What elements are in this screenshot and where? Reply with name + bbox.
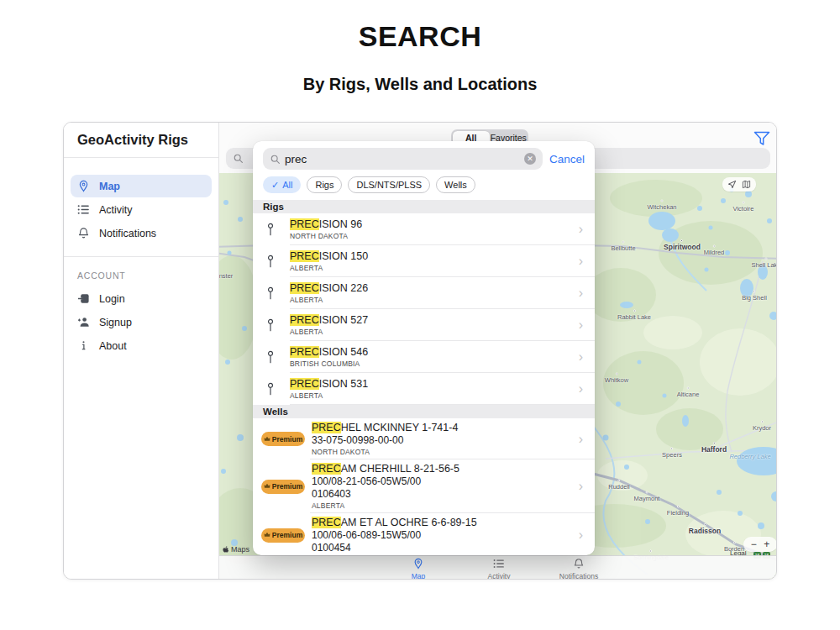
sidebar-item-signup[interactable]: Signup: [71, 311, 212, 333]
zoom-control[interactable]: − +: [743, 537, 776, 552]
filter-funnel-icon[interactable]: [753, 130, 771, 147]
login-icon: [77, 292, 99, 305]
bell-icon: [573, 558, 585, 572]
rig-pin-icon: [266, 382, 290, 396]
result-subtitle: ALBERTA: [290, 264, 575, 272]
result-line: 100/06-06-089-15W5/00: [312, 529, 575, 541]
rig-pin-icon: [266, 350, 290, 365]
result-main: PRECAM ET AL OCHRE 6-6-89-15100/06-06-08…: [312, 513, 575, 555]
result-main: PRECISION 527ALBERTA: [290, 311, 575, 339]
sidebar-nav: MapActivityNotifications: [64, 158, 218, 244]
premium-badge: Premium: [261, 432, 305, 446]
section-header-rigs: Rigs: [253, 200, 595, 213]
result-title: PRECISION 150: [290, 250, 575, 262]
result-row[interactable]: PremiumPRECAM ET AL OCHRE 6-6-89-15100/0…: [253, 513, 595, 555]
map-pin-icon: [77, 180, 99, 192]
result-title-rest: AM CHERHILL 8-21-56-5: [341, 463, 459, 475]
apple-logo-icon: [223, 546, 229, 554]
result-subtitle: ALBERTA: [290, 328, 575, 336]
result-subtitle: ALBERTA: [290, 391, 575, 400]
result-row[interactable]: PRECISION 531ALBERTA›: [253, 373, 595, 405]
chevron-right-icon: ›: [575, 349, 586, 365]
result-row[interactable]: PremiumPRECAM CHERHILL 8-21-56-5100/08-2…: [253, 459, 595, 513]
maps-attribution-label: Maps: [231, 545, 249, 554]
bottom-tab-bar: MapActivityNotifications: [219, 555, 776, 579]
search-match-highlight: PREC: [290, 282, 319, 294]
panel-search-row: prec ✕ Cancel: [253, 141, 595, 175]
search-match-highlight: PREC: [312, 517, 341, 528]
check-icon: ✓: [271, 180, 279, 191]
zoom-in-button[interactable]: +: [764, 538, 769, 550]
map-mode-icon[interactable]: [742, 177, 751, 192]
search-input[interactable]: prec ✕: [263, 148, 543, 170]
info-icon: [77, 339, 99, 352]
result-row[interactable]: PRECISION 527ALBERTA›: [253, 309, 595, 341]
premium-badge-label: Premium: [272, 531, 302, 539]
chevron-right-icon: ›: [575, 222, 586, 237]
result-row[interactable]: PremiumPRECHEL MCKINNEY 1-741-433-075-00…: [253, 418, 595, 459]
chip-label: DLS/NTS/PLSS: [356, 180, 422, 190]
sidebar-item-about[interactable]: About: [71, 334, 212, 357]
tab-notifications[interactable]: Notifications: [549, 558, 608, 580]
page-title: SEARCH: [0, 20, 840, 53]
result-title-rest: HEL MCKINNEY 1-741-4: [341, 422, 459, 433]
chevron-right-icon: ›: [575, 479, 586, 494]
result-row[interactable]: PRECISION 546BRITISH COLUMBIA›: [253, 341, 595, 373]
sidebar-item-label: Signup: [99, 317, 132, 328]
search-match-highlight: PREC: [290, 218, 319, 230]
cancel-button[interactable]: Cancel: [549, 153, 585, 165]
result-line: 100/08-21-056-05W5/00: [312, 475, 575, 487]
section-header-wells: Wells: [253, 405, 595, 418]
map-pin-icon: [412, 558, 424, 572]
sidebar-item-label: Login: [99, 293, 125, 305]
sidebar-item-activity[interactable]: Activity: [71, 198, 212, 221]
filter-chip-rigs[interactable]: Rigs: [307, 176, 342, 193]
result-subtitle: ALBERTA: [290, 296, 575, 304]
tab-activity[interactable]: Activity: [470, 558, 528, 580]
app-title: GeoActivity Rigs: [64, 123, 218, 158]
search-icon: [233, 153, 244, 164]
search-query-text[interactable]: prec: [285, 153, 520, 165]
premium-badge-label: Premium: [272, 435, 302, 444]
result-row[interactable]: PRECISION 96NORTH DAKOTA›: [253, 213, 595, 245]
sidebar: GeoActivity Rigs MapActivityNotification…: [64, 123, 219, 579]
result-title: PRECISION 96: [290, 218, 575, 230]
premium-badge: Premium: [261, 528, 305, 543]
locate-arrow-icon[interactable]: [727, 177, 737, 192]
result-subtitle: ALBERTA: [312, 501, 575, 510]
filter-chip-dls-nts-plss[interactable]: DLS/NTS/PLSS: [348, 176, 430, 193]
sidebar-item-login[interactable]: Login: [71, 287, 212, 310]
premium-badge: Premium: [261, 480, 305, 494]
search-match-highlight: PREC: [290, 378, 319, 390]
maps-attribution: Maps: [223, 545, 249, 554]
search-results-panel: prec ✕ Cancel ✓AllRigsDLS/NTS/PLSSWells …: [253, 141, 595, 555]
search-match-highlight: PREC: [312, 422, 341, 433]
tab-map[interactable]: Map: [389, 558, 448, 580]
results-list: RigsPRECISION 96NORTH DAKOTA›PRECISION 1…: [253, 200, 595, 555]
result-title-rest: ISION 226: [319, 282, 368, 294]
map-controls[interactable]: [722, 177, 756, 192]
chevron-right-icon: ›: [575, 254, 586, 269]
result-title: PRECISION 527: [290, 314, 575, 326]
result-subtitle: BRITISH COLUMBIA: [290, 360, 575, 368]
zoom-out-button[interactable]: −: [751, 538, 757, 550]
signup-icon: [77, 316, 99, 328]
rig-pin-icon: [266, 255, 290, 269]
result-title: PRECAM ET AL OCHRE 6-6-89-15: [312, 517, 575, 528]
sidebar-item-map[interactable]: Map: [71, 175, 212, 197]
search-match-highlight: PREC: [312, 463, 341, 475]
result-main: PRECISION 531ALBERTA: [290, 375, 575, 403]
sidebar-account-list: LoginSignupAbout: [64, 287, 218, 357]
result-row[interactable]: PRECISION 150ALBERTA›: [253, 245, 595, 277]
sidebar-item-notifications[interactable]: Notifications: [71, 222, 212, 244]
filter-chip-all[interactable]: ✓All: [263, 176, 301, 193]
tab-label: Activity: [488, 572, 511, 580]
filter-chip-wells[interactable]: Wells: [436, 176, 475, 193]
clear-search-icon[interactable]: ✕: [524, 153, 536, 165]
rig-pin-icon: [266, 223, 290, 237]
chip-label: All: [282, 180, 292, 190]
result-main: PRECISION 546BRITISH COLUMBIA: [290, 343, 575, 371]
account-section-label: ACCOUNT: [64, 257, 218, 287]
premium-badge-label: Premium: [272, 482, 302, 491]
result-row[interactable]: PRECISION 226ALBERTA›: [253, 277, 595, 309]
